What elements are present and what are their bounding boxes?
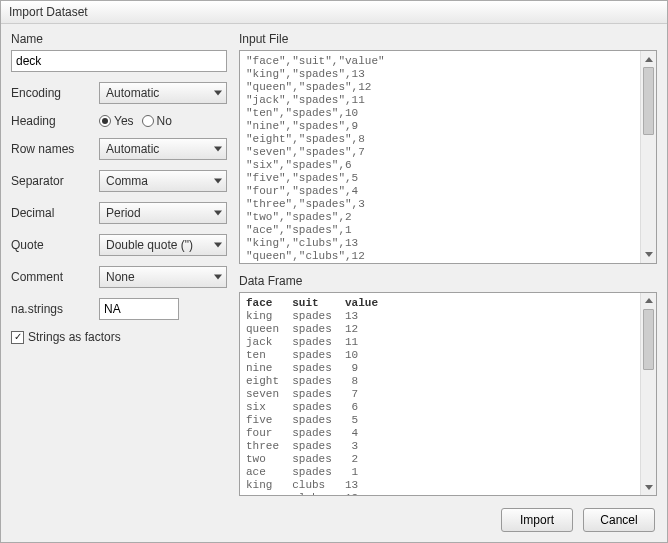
quote-value: Double quote (")	[106, 238, 193, 252]
data-frame-preview: face suit value king spades 13 queen spa…	[239, 292, 657, 496]
heading-no-label: No	[157, 114, 172, 128]
check-icon: ✓	[14, 332, 22, 342]
cancel-button[interactable]: Cancel	[583, 508, 655, 532]
chevron-down-icon	[214, 243, 222, 248]
radio-icon	[142, 115, 154, 127]
chevron-down-icon	[214, 91, 222, 96]
chevron-down-icon	[214, 147, 222, 152]
heading-label: Heading	[11, 114, 99, 128]
encoding-value: Automatic	[106, 86, 159, 100]
scroll-up-icon[interactable]	[641, 51, 656, 67]
strings-as-factors-checkbox[interactable]: ✓	[11, 331, 24, 344]
quote-label: Quote	[11, 238, 99, 252]
scrollbar[interactable]	[640, 293, 656, 495]
data-frame-header: face suit value	[246, 297, 378, 309]
encoding-label: Encoding	[11, 86, 99, 100]
scroll-up-icon[interactable]	[641, 293, 656, 309]
radio-icon	[99, 115, 111, 127]
input-file-preview: "face","suit","value" "king","spades",13…	[239, 50, 657, 264]
quote-select[interactable]: Double quote (")	[99, 234, 227, 256]
decimal-select[interactable]: Period	[99, 202, 227, 224]
dialog-title: Import Dataset	[1, 1, 667, 24]
nastrings-input[interactable]	[99, 298, 179, 320]
scrollbar[interactable]	[640, 51, 656, 263]
separator-select[interactable]: Comma	[99, 170, 227, 192]
input-file-text: "face","suit","value" "king","spades",13…	[246, 55, 385, 264]
chevron-down-icon	[214, 275, 222, 280]
name-input[interactable]	[11, 50, 227, 72]
import-dataset-dialog: Import Dataset Name Encoding Automatic H…	[0, 0, 668, 543]
strings-as-factors-label: Strings as factors	[28, 330, 121, 344]
chevron-down-icon	[214, 179, 222, 184]
encoding-select[interactable]: Automatic	[99, 82, 227, 104]
input-file-label: Input File	[239, 32, 657, 46]
rownames-label: Row names	[11, 142, 99, 156]
import-button[interactable]: Import	[501, 508, 573, 532]
scroll-down-icon[interactable]	[641, 479, 656, 495]
heading-radio-group: Yes No	[99, 114, 178, 128]
heading-no-radio[interactable]: No	[142, 114, 172, 128]
comment-value: None	[106, 270, 135, 284]
separator-value: Comma	[106, 174, 148, 188]
comment-select[interactable]: None	[99, 266, 227, 288]
heading-yes-label: Yes	[114, 114, 134, 128]
data-frame-label: Data Frame	[239, 274, 657, 288]
separator-label: Separator	[11, 174, 99, 188]
nastrings-label: na.strings	[11, 302, 99, 316]
rownames-value: Automatic	[106, 142, 159, 156]
name-label: Name	[11, 32, 227, 46]
data-frame-rows: king spades 13 queen spades 12 jack spad…	[246, 310, 358, 496]
rownames-select[interactable]: Automatic	[99, 138, 227, 160]
dialog-content: Name Encoding Automatic Heading Yes	[1, 24, 667, 500]
chevron-down-icon	[214, 211, 222, 216]
preview-pane: Input File "face","suit","value" "king",…	[239, 32, 657, 496]
decimal-value: Period	[106, 206, 141, 220]
decimal-label: Decimal	[11, 206, 99, 220]
scroll-down-icon[interactable]	[641, 247, 656, 263]
heading-yes-radio[interactable]: Yes	[99, 114, 134, 128]
dialog-footer: Import Cancel	[1, 500, 667, 542]
comment-label: Comment	[11, 270, 99, 284]
options-pane: Name Encoding Automatic Heading Yes	[11, 32, 227, 496]
